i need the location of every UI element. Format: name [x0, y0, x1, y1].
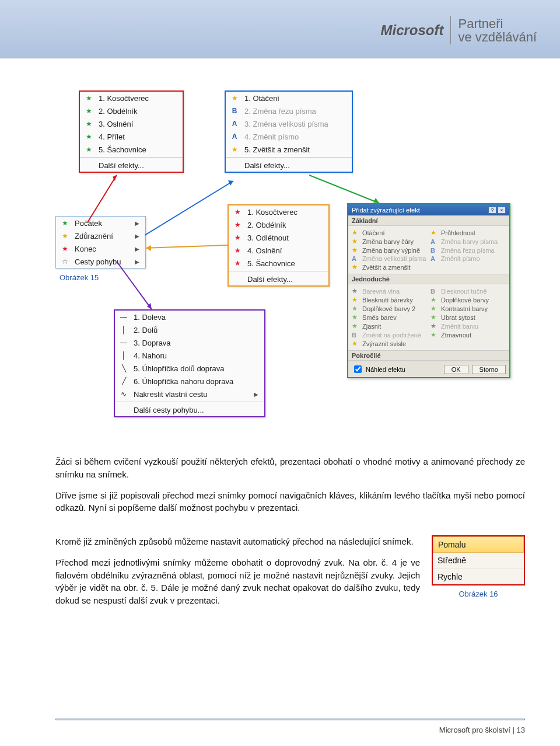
effect-item[interactable]: ★Otáčení	[352, 228, 427, 237]
effect-item[interactable]: ★Ubrat sytost	[430, 313, 506, 322]
paragraph: Žáci si během cvičení vyzkouší použití n…	[55, 455, 525, 481]
menu-item[interactable]: ★5. Šachovnice	[229, 257, 328, 270]
menu-item[interactable]: —1. Doleva	[115, 311, 264, 323]
menu-item[interactable]: B2. Změna řezu písma	[226, 104, 352, 117]
effect-item[interactable]: BZměna řezu písma	[430, 246, 506, 255]
menu-item-exit[interactable]: ★Konec▶	[56, 242, 145, 255]
add-emphasis-effect-dialog[interactable]: Přidat zvýrazňující efekt ?× Základní ★O…	[347, 203, 510, 378]
menu-item[interactable]: ★3. Odlétnout	[229, 231, 328, 244]
more-effects-item[interactable]: Další efekty...	[229, 273, 328, 285]
effect-item[interactable]: ★Ztmavnout	[430, 330, 506, 339]
menu-item[interactable]: ╱6. Úhlopříčka nahoru doprava	[115, 375, 264, 388]
menu-item-label: Počátek	[75, 219, 102, 228]
draw-path-icon: ∿	[118, 389, 129, 399]
chevron-right-icon: ▶	[135, 246, 139, 252]
star-icon: ★	[83, 93, 94, 103]
close-icon[interactable]: ×	[498, 207, 506, 214]
menu-item-label: 3. Oslnění	[99, 120, 133, 128]
effect-item[interactable]: ★Změna barvy výplně	[352, 246, 427, 255]
menu-item[interactable]: ★5. Šachovnice	[80, 143, 183, 156]
menu-item[interactable]: ★2. Obdélník	[80, 104, 183, 117]
preview-label: Náhled efektu	[366, 366, 405, 373]
menu-item[interactable]: │4. Nahoru	[115, 349, 264, 362]
effect-item[interactable]: ★Blesknutí bárevky	[352, 295, 427, 304]
menu-item[interactable]: │2. Dolů	[115, 323, 264, 336]
speed-option-slow[interactable]: Pomalu	[433, 536, 524, 553]
dialog-title: Přidat zvýrazňující efekt	[352, 207, 420, 214]
preview-checkbox-input[interactable]	[354, 365, 362, 373]
font-icon: A	[430, 255, 439, 262]
effect-item[interactable]: ★Doplňkové barvy	[430, 295, 506, 304]
star-icon: ★	[352, 263, 360, 271]
effect-item[interactable]: BBlesknout tučně	[430, 287, 506, 295]
more-effects-item[interactable]: Další efekty...	[80, 159, 183, 172]
menu-item[interactable]: A4. Změnit písmo	[226, 130, 352, 143]
menu-item[interactable]: ╲5. Úhlopříčka dolů doprava	[115, 362, 264, 375]
entrance-effects-menu[interactable]: ★1. Kosočtverec ★2. Obdélník ★3. Oslnění…	[79, 90, 184, 173]
effect-item[interactable]: ★Zvýraznit svisle	[352, 339, 427, 348]
menu-item[interactable]: ★4. Oslnění	[229, 244, 328, 257]
menu-item-label: 2. Obdélník	[99, 107, 138, 116]
effect-item[interactable]: ★Zjasnit	[352, 322, 427, 330]
star-icon: ★	[430, 313, 439, 321]
exit-effects-menu[interactable]: ★1. Kosočtverec ★2. Obdélník ★3. Odlétno…	[228, 204, 330, 287]
menu-item-label: 1. Kosočtverec	[247, 208, 298, 217]
help-icon[interactable]: ?	[488, 207, 496, 214]
effect-item[interactable]: ★Směs barev	[352, 313, 427, 322]
chevron-right-icon: ▶	[135, 220, 139, 226]
effect-item[interactable]: ★Zvětšit a zmenšit	[352, 263, 427, 271]
menu-item[interactable]: A3. Změna velikosti písma	[226, 117, 352, 130]
star-icon: ★	[232, 233, 243, 242]
effect-item[interactable]: ★Změna barvy čáry	[352, 237, 427, 246]
star-icon: ★	[60, 231, 70, 240]
effect-item[interactable]: AZměna velikosti písma	[352, 255, 427, 263]
font-size-icon: A	[352, 255, 360, 262]
menu-item-label: 1. Doleva	[134, 313, 166, 322]
menu-item-draw-path[interactable]: ∿Nakreslit vlastní cestu▶	[115, 388, 264, 400]
menu-item-motion-paths[interactable]: ☆Cesty pohybu▶	[56, 255, 145, 268]
menu-item[interactable]: ★1. Kosočtverec	[80, 92, 183, 104]
effect-item[interactable]: ★Průhlednost	[430, 228, 506, 237]
speed-option-fast[interactable]: Rychle	[433, 569, 524, 584]
svg-marker-5	[146, 245, 151, 251]
menu-item[interactable]: ★5. Zvětšit a zmenšit	[226, 143, 352, 156]
ok-button[interactable]: OK	[444, 365, 468, 374]
effect-item[interactable]: ★Kontrastní barvy	[430, 304, 506, 313]
speed-option-medium[interactable]: Středně	[433, 553, 524, 569]
effect-item[interactable]: BZměnit na podtržené	[352, 330, 427, 339]
emphasis-effects-menu[interactable]: ★1. Otáčení B2. Změna řezu písma A3. Změ…	[225, 90, 353, 173]
dialog-section-basic: Základní	[348, 215, 509, 226]
menu-item[interactable]: ★2. Obdélník	[229, 218, 328, 231]
menu-item-label: 2. Obdélník	[247, 221, 286, 229]
svg-marker-3	[228, 180, 233, 186]
star-icon: ★	[83, 106, 94, 116]
menu-item-label: 5. Šachovnice	[247, 259, 295, 268]
menu-item-label: 4. Změnit písmo	[244, 133, 299, 141]
menu-item[interactable]: ★1. Kosočtverec	[229, 205, 328, 218]
effect-item[interactable]: ★Změnit barvu	[430, 322, 506, 330]
more-effects-item[interactable]: Další efekty...	[226, 159, 352, 172]
cancel-button[interactable]: Storno	[472, 365, 506, 374]
menu-item[interactable]: ★1. Otáčení	[226, 92, 352, 104]
menu-item[interactable]: —3. Doprava	[115, 336, 264, 349]
bold-icon: B	[229, 106, 240, 116]
menu-item-entrance[interactable]: ★Počátek▶	[56, 217, 145, 229]
menu-item-label: 3. Doprava	[134, 339, 171, 347]
svg-line-2	[145, 181, 233, 235]
menu-item-emphasis[interactable]: ★Zdůraznění▶	[56, 229, 145, 242]
menu-item[interactable]: ★3. Oslnění	[80, 117, 183, 130]
preview-checkbox[interactable]: Náhled efektu	[352, 364, 405, 375]
effect-item[interactable]: AZměnit písmo	[430, 255, 506, 263]
paragraph: Dříve jsme si již popisovali přechod mez…	[55, 489, 525, 515]
speed-dropdown[interactable]: Pomalu Středně Rychle	[432, 535, 525, 585]
menu-item[interactable]: ★4. Přílet	[80, 130, 183, 143]
effect-item[interactable]: ★Barevná vlna	[352, 287, 427, 295]
effect-item[interactable]: ★Doplňkové barvy 2	[352, 304, 427, 313]
effect-item[interactable]: AZměna barvy písma	[430, 237, 506, 246]
star-icon: ★	[352, 246, 360, 254]
more-paths-item[interactable]: Další cesty pohybu...	[115, 403, 264, 416]
animation-type-menu[interactable]: ★Počátek▶ ★Zdůraznění▶ ★Konec▶ ☆Cesty po…	[55, 216, 146, 269]
menu-item-label: Další efekty...	[247, 275, 293, 284]
motion-paths-menu[interactable]: —1. Doleva │2. Dolů —3. Doprava │4. Naho…	[114, 309, 265, 417]
star-icon: ★	[352, 313, 360, 321]
